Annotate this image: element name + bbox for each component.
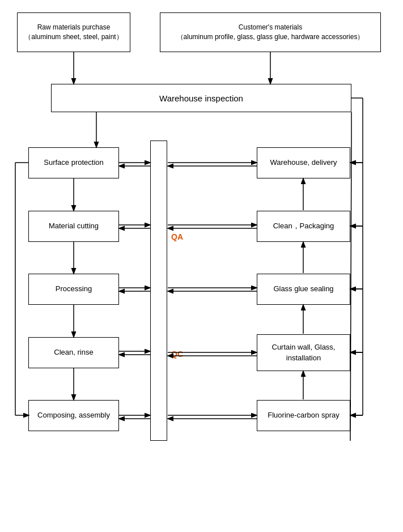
clean-packaging-box: Clean，Packaging (257, 211, 350, 242)
warehouse-inspection-box: Warehouse inspection (51, 84, 351, 112)
raw-materials-box: Raw materials purchase （aluminum sheet, … (17, 12, 130, 52)
center-column-box (150, 141, 167, 441)
fluorine-carbon-box: Fluorine-carbon spray (257, 400, 350, 431)
warehouse-delivery-box: Warehouse, delivery (257, 147, 350, 178)
qa-label: QA (171, 232, 183, 241)
clean-rinse-box: Clean, rinse (28, 337, 119, 368)
customer-materials-box: Customer's materials（aluminum profile, g… (160, 12, 381, 52)
surface-protection-box: Surface protection (28, 147, 119, 178)
svg-line-4 (350, 141, 351, 441)
material-cutting-box: Material cutting (28, 211, 119, 242)
diagram: Raw materials purchase （aluminum sheet, … (0, 0, 403, 532)
arrows-svg (0, 0, 403, 532)
qc-label: QC (171, 350, 183, 359)
glass-glue-sealing-box: Glass glue sealing (257, 274, 350, 305)
curtain-wall-box: Curtain wall, Glass, installation (257, 334, 350, 371)
composing-assembly-box: Composing, assembly (28, 400, 119, 431)
processing-box: Processing (28, 274, 119, 305)
